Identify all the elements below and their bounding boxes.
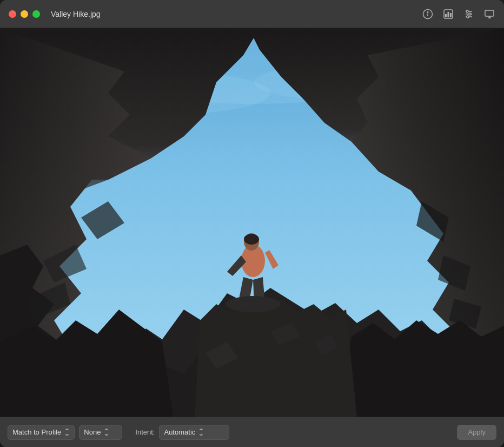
photo-scene (0, 28, 504, 417)
none-arrows (104, 426, 109, 438)
svg-rect-6 (450, 13, 452, 17)
svg-point-46 (226, 296, 280, 312)
titlebar: Valley Hike.jpg (0, 0, 504, 28)
automatic-select[interactable]: Automatic (159, 425, 229, 440)
none-select[interactable]: None (79, 425, 122, 440)
automatic-value: Automatic (164, 428, 195, 436)
automatic-arrows (198, 426, 204, 438)
info-icon[interactable] (422, 8, 434, 20)
svg-marker-34 (335, 320, 504, 417)
maximize-button[interactable] (32, 10, 40, 18)
match-profile-select[interactable]: Match to Profile (8, 425, 75, 440)
none-value: None (84, 428, 101, 436)
titlebar-right (422, 8, 495, 20)
titlebar-left: Valley Hike.jpg (9, 10, 101, 18)
svg-point-2 (427, 11, 428, 12)
svg-rect-4 (445, 14, 447, 17)
apply-button[interactable]: Apply (457, 425, 496, 440)
minimize-button[interactable] (21, 10, 28, 18)
histogram-icon[interactable] (442, 8, 454, 20)
close-button[interactable] (9, 10, 16, 18)
svg-point-11 (469, 13, 471, 15)
image-area (0, 28, 504, 417)
intent-label: Intent: (135, 428, 155, 436)
svg-point-41 (244, 234, 259, 245)
svg-rect-5 (448, 12, 449, 17)
match-profile-group: Match to Profile (8, 425, 75, 440)
none-select-group: None (79, 425, 122, 440)
window-title: Valley Hike.jpg (51, 10, 101, 18)
match-profile-arrows (64, 426, 70, 438)
svg-rect-13 (485, 10, 494, 16)
traffic-lights (9, 10, 40, 18)
display-icon[interactable] (483, 8, 495, 20)
match-profile-label: Match to Profile (12, 428, 61, 436)
svg-point-10 (466, 10, 468, 12)
adjustments-icon[interactable] (463, 8, 475, 20)
photo-svg (0, 28, 504, 417)
toolbar-bottom: Match to Profile None (0, 417, 504, 447)
svg-point-12 (467, 16, 469, 18)
automatic-select-group: Automatic (159, 425, 229, 440)
app-window: Valley Hike.jpg (0, 0, 504, 447)
